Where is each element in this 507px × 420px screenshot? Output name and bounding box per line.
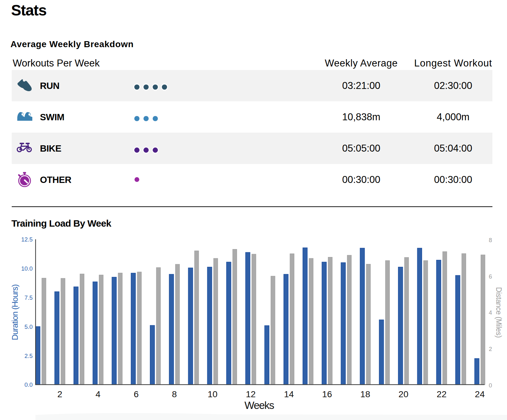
- svg-text:Duration (Hours): Duration (Hours): [10, 285, 20, 341]
- svg-text:4: 4: [489, 309, 492, 316]
- svg-text:12: 12: [246, 389, 256, 399]
- svg-text:2.5: 2.5: [24, 353, 33, 359]
- svg-text:4: 4: [96, 389, 101, 399]
- svg-text:16: 16: [322, 389, 332, 399]
- svg-text:22: 22: [437, 389, 446, 399]
- svg-text:12.5: 12.5: [21, 236, 33, 243]
- svg-text:10: 10: [208, 389, 217, 399]
- svg-text:6: 6: [134, 389, 139, 399]
- svg-text:10.0: 10.0: [21, 265, 33, 272]
- svg-text:5.0: 5.0: [24, 323, 33, 330]
- svg-text:6: 6: [489, 273, 492, 280]
- svg-text:18: 18: [360, 389, 370, 399]
- svg-text:8: 8: [172, 389, 177, 399]
- svg-text:Weeks: Weeks: [245, 399, 274, 411]
- svg-text:0: 0: [489, 382, 492, 389]
- svg-text:Distance (Miles): Distance (Miles): [495, 287, 503, 338]
- svg-text:7.5: 7.5: [24, 294, 33, 301]
- svg-text:2: 2: [57, 389, 62, 399]
- svg-text:2: 2: [489, 346, 492, 352]
- svg-text:8: 8: [489, 237, 492, 243]
- svg-text:14: 14: [284, 389, 294, 399]
- svg-text:24: 24: [475, 389, 485, 399]
- svg-text:20: 20: [399, 389, 408, 399]
- svg-text:0.0: 0.0: [24, 381, 33, 388]
